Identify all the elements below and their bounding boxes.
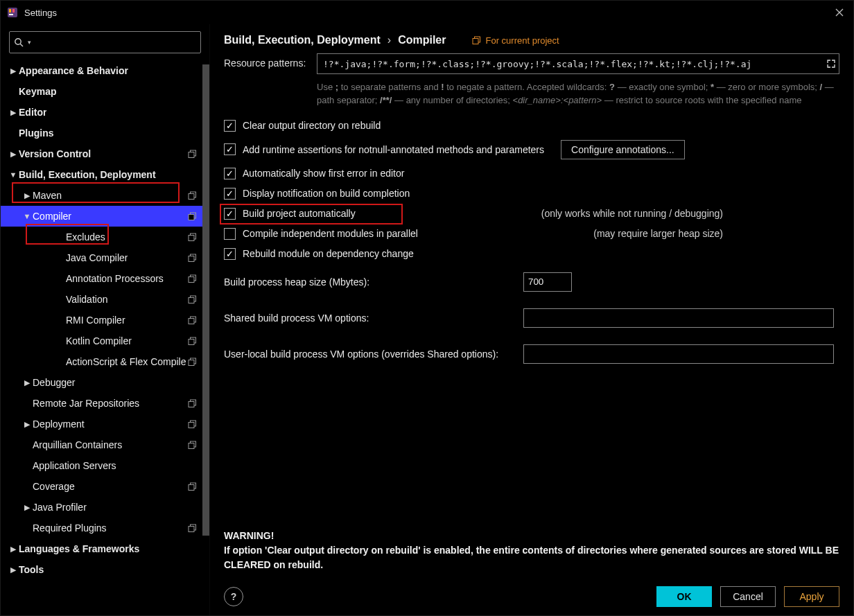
tree-arrow-icon: ▼ xyxy=(9,170,17,179)
tree-item-languages-frameworks[interactable]: ▶Languages & Frameworks xyxy=(1,538,209,559)
tree-item-version-control[interactable]: ▶Version Control xyxy=(1,143,209,164)
project-scope-hint: For current project xyxy=(472,35,559,46)
ok-button[interactable]: OK xyxy=(656,586,712,607)
tree-arrow-icon: ▶ xyxy=(23,378,31,387)
notify-build-checkbox[interactable] xyxy=(224,188,236,200)
svg-rect-32 xyxy=(189,484,194,490)
tree-item-actionscript-flex-compile[interactable]: ActionScript & Flex Compile xyxy=(1,351,209,372)
tree-item-label: Plugins xyxy=(19,127,54,139)
project-scope-icon xyxy=(187,336,197,346)
tree-item-editor[interactable]: ▶Editor xyxy=(1,102,209,123)
tree-item-maven[interactable]: ▶Maven xyxy=(1,185,209,206)
app-icon xyxy=(6,6,19,19)
tree-item-appearance-behavior[interactable]: ▶Appearance & Behavior xyxy=(1,60,209,81)
tree-arrow-icon: ▼ xyxy=(23,212,31,220)
tree-arrow-icon: ▶ xyxy=(9,150,17,159)
search-input[interactable]: ▾ xyxy=(9,31,201,53)
project-scope-icon xyxy=(187,211,197,221)
project-scope-icon xyxy=(187,398,197,408)
svg-rect-34 xyxy=(189,526,194,531)
tree-item-compiler[interactable]: ▼Compiler xyxy=(1,206,209,227)
tree-item-remote-jar-repositories[interactable]: Remote Jar Repositories xyxy=(1,393,209,414)
tree-item-tools[interactable]: ▶Tools xyxy=(1,559,209,580)
heap-size-input[interactable] xyxy=(523,272,572,292)
resource-patterns-input[interactable]: !?*.java;!?*.form;!?*.class;!?*.groovy;!… xyxy=(317,53,839,74)
tree-item-java-compiler[interactable]: Java Compiler xyxy=(1,247,209,268)
build-auto-checkbox[interactable] xyxy=(224,208,236,220)
tree-item-plugins[interactable]: Plugins xyxy=(1,123,209,143)
tree-arrow-icon: ▶ xyxy=(23,503,31,512)
tree-item-debugger[interactable]: ▶Debugger xyxy=(1,372,209,393)
svg-rect-20 xyxy=(189,318,194,324)
build-auto-label: Build project automatically xyxy=(243,208,356,219)
tree-item-label: Build, Execution, Deployment xyxy=(19,169,156,180)
tree-arrow-icon: ▶ xyxy=(9,108,17,117)
history-dropdown-icon[interactable]: ▾ xyxy=(28,39,31,46)
project-scope-icon xyxy=(187,232,197,242)
tree-arrow-icon: ▶ xyxy=(23,420,31,429)
tree-item-kotlin-compiler[interactable]: Kotlin Compiler xyxy=(1,331,209,351)
svg-rect-26 xyxy=(189,401,194,407)
tree-item-label: Keymap xyxy=(19,86,56,97)
tree-item-label: Version Control xyxy=(19,148,91,159)
compile-parallel-checkbox[interactable] xyxy=(224,228,236,240)
breadcrumb-parent[interactable]: Build, Execution, Deployment xyxy=(224,34,381,46)
tree-item-arquillian-containers[interactable]: Arquillian Containers xyxy=(1,434,209,455)
tree-item-label: Java Profiler xyxy=(33,502,87,513)
tree-item-application-servers[interactable]: Application Servers xyxy=(1,455,209,476)
tree-item-label: Appearance & Behavior xyxy=(19,65,128,76)
svg-rect-10 xyxy=(189,214,194,220)
resource-patterns-label: Resource patterns: xyxy=(224,53,317,69)
scrollbar-thumb[interactable] xyxy=(202,64,209,536)
settings-tree[interactable]: ▶Appearance & BehaviorKeymap▶EditorPlugi… xyxy=(1,60,209,615)
window-title: Settings xyxy=(24,8,57,18)
tree-item-rmi-compiler[interactable]: RMI Compiler xyxy=(1,310,209,331)
tree-item-label: Annotation Processors xyxy=(66,273,164,284)
svg-rect-8 xyxy=(189,193,194,199)
help-button[interactable]: ? xyxy=(224,587,243,606)
copy-icon xyxy=(472,36,481,45)
breadcrumb: Build, Execution, Deployment › Compiler … xyxy=(210,34,853,53)
cancel-button[interactable]: Cancel xyxy=(720,586,776,607)
rebuild-dep-label: Rebuild module on dependency change xyxy=(243,248,414,259)
svg-rect-22 xyxy=(189,339,194,344)
tree-item-label: Arquillian Containers xyxy=(33,439,122,450)
add-runtime-checkbox[interactable] xyxy=(224,143,236,155)
rebuild-dep-checkbox[interactable] xyxy=(224,248,236,260)
tree-item-label: Required Plugins xyxy=(33,522,107,534)
tree-item-deployment[interactable]: ▶Deployment xyxy=(1,414,209,434)
tree-item-label: Languages & Frameworks xyxy=(19,543,139,554)
breadcrumb-current: Compiler xyxy=(398,34,446,46)
tree-item-excludes[interactable]: Excludes xyxy=(1,227,209,247)
titlebar: Settings xyxy=(1,1,853,24)
main-panel: Build, Execution, Deployment › Compiler … xyxy=(210,24,853,615)
project-scope-icon xyxy=(187,482,197,491)
project-scope-icon xyxy=(187,315,197,325)
tree-item-validation[interactable]: Validation xyxy=(1,289,209,310)
compile-parallel-label: Compile independent modules in parallel xyxy=(243,228,418,239)
auto-show-error-checkbox[interactable] xyxy=(224,168,236,179)
user-vm-input[interactable] xyxy=(523,344,834,364)
tree-arrow-icon: ▶ xyxy=(9,67,17,76)
warning-text: WARNING! If option 'Clear output directo… xyxy=(224,522,839,577)
tree-item-label: RMI Compiler xyxy=(66,315,125,326)
sidebar-scrollbar[interactable] xyxy=(202,63,209,615)
tree-item-build-execution-deployment[interactable]: ▼Build, Execution, Deployment xyxy=(1,164,209,185)
tree-item-coverage[interactable]: Coverage xyxy=(1,476,209,497)
tree-item-keymap[interactable]: Keymap xyxy=(1,81,209,102)
close-button[interactable] xyxy=(831,4,848,21)
tree-item-java-profiler[interactable]: ▶Java Profiler xyxy=(1,497,209,518)
add-runtime-label: Add runtime assertions for notnull-annot… xyxy=(243,144,544,155)
project-scope-icon xyxy=(187,253,197,263)
shared-vm-label: Shared build process VM options: xyxy=(224,313,523,324)
clear-output-checkbox[interactable] xyxy=(224,120,236,132)
tree-item-label: Java Compiler xyxy=(66,252,128,263)
configure-annotations-button[interactable]: Configure annotations... xyxy=(561,140,685,159)
expand-icon[interactable] xyxy=(826,59,836,69)
tree-item-required-plugins[interactable]: Required Plugins xyxy=(1,518,209,538)
shared-vm-input[interactable] xyxy=(523,308,834,328)
build-auto-side-note: (only works while not running / debuggin… xyxy=(528,208,723,219)
project-scope-icon xyxy=(187,357,197,367)
tree-item-annotation-processors[interactable]: Annotation Processors xyxy=(1,268,209,289)
apply-button[interactable]: Apply xyxy=(784,586,839,607)
